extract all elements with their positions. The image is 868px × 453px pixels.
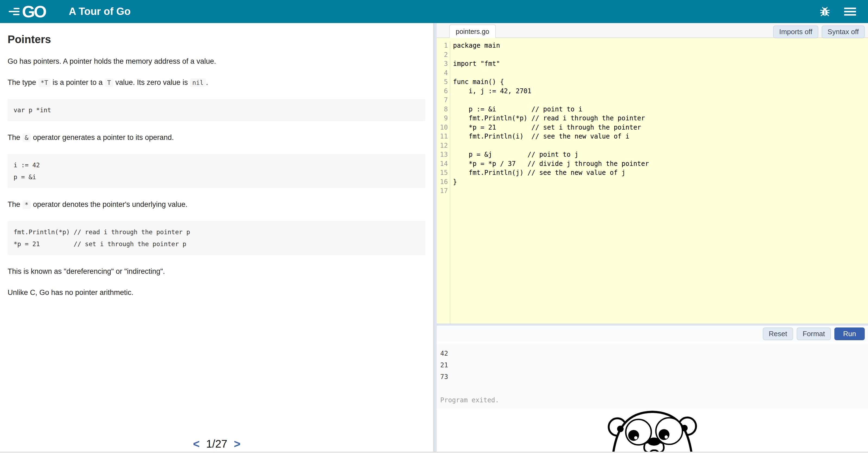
page-indicator: 1/27 [206, 438, 227, 450]
lesson-paragraph: The type *T is a pointer to a T value. I… [8, 77, 425, 88]
line-number: 9 [437, 114, 448, 123]
menu-icon[interactable] [844, 7, 856, 16]
code-panel: pointers.go Imports off Syntax off 12345… [433, 23, 868, 452]
code-line: import "fmt" [453, 59, 868, 69]
page-bottom-divider [0, 452, 868, 453]
code-line: func main() { [453, 77, 868, 87]
code-panel-column: pointers.go Imports off Syntax off 12345… [437, 23, 868, 452]
output-line: 73 [440, 371, 868, 383]
line-number-gutter: 1234567891011121314151617 [437, 41, 450, 323]
line-number: 11 [437, 132, 448, 141]
lesson-code-block: fmt.Println(*p) // read i through the po… [8, 221, 425, 255]
output-line: 21 [440, 359, 868, 371]
code-line: *p = *p / 37 // divide j through the poi… [453, 159, 868, 169]
inline-code: & [22, 133, 31, 142]
lesson-paragraph: Go has pointers. A pointer holds the mem… [8, 56, 425, 67]
lesson-paragraph: This is known as "dereferencing" or "ind… [8, 266, 425, 277]
code-line: } [453, 177, 868, 187]
line-number: 17 [437, 187, 448, 196]
actions-bar: Reset Format Run [437, 326, 868, 342]
line-number: 15 [437, 168, 448, 177]
code-line [453, 141, 868, 151]
lesson-code-block: i := 42 p = &i [8, 154, 425, 188]
code-line [453, 96, 868, 105]
line-number: 14 [437, 159, 448, 169]
editor-code-area[interactable]: package main import "fmt" func main() { … [450, 41, 868, 323]
logo-speed-lines-icon [9, 8, 20, 15]
logo-text: GO [22, 3, 45, 20]
code-line: package main [453, 41, 868, 51]
next-page-button[interactable]: > [234, 439, 241, 450]
main-area: Pointers Go has pointers. A pointer hold… [0, 23, 868, 452]
code-line: p := &i // point to i [453, 105, 868, 114]
code-line: fmt.Println(i) // see the new value of i [453, 132, 868, 141]
bug-icon[interactable] [820, 6, 830, 17]
lesson-title: Pointers [8, 33, 425, 45]
line-number: 1 [437, 41, 448, 51]
panel-splitter[interactable] [434, 23, 437, 452]
lesson-paragraph: Unlike C, Go has no pointer arithmetic. [8, 287, 425, 298]
code-line [453, 69, 868, 78]
format-button[interactable]: Format [797, 327, 831, 340]
line-number: 4 [437, 69, 448, 78]
inline-code: T [105, 78, 113, 87]
syntax-toggle-button[interactable]: Syntax off [822, 26, 865, 38]
reset-button[interactable]: Reset [763, 327, 793, 340]
code-line: fmt.Println(j) // see the new value of j [453, 168, 868, 177]
app-header: GO A Tour of Go [0, 0, 868, 23]
app-title: A Tour of Go [69, 6, 130, 18]
tab-bar: pointers.go Imports off Syntax off [437, 23, 868, 38]
gopher-image [608, 410, 697, 452]
line-number: 10 [437, 123, 448, 132]
lesson-code-block: var p *int [8, 99, 425, 121]
line-number: 2 [437, 51, 448, 60]
inline-code: nil [190, 78, 206, 87]
line-number: 12 [437, 141, 448, 151]
editor-tab[interactable]: pointers.go [449, 24, 496, 38]
line-number: 5 [437, 77, 448, 87]
header-icons [820, 6, 856, 17]
lesson-paragraph: The * operator denotes the pointer's und… [8, 199, 425, 210]
code-line: fmt.Println(*p) // read i through the po… [453, 114, 868, 123]
prev-page-button[interactable]: < [193, 439, 200, 450]
imports-toggle-button[interactable]: Imports off [773, 26, 818, 38]
code-line: i, j := 42, 2701 [453, 87, 868, 96]
editor-toggles: Imports off Syntax off [773, 26, 865, 38]
code-line [453, 187, 868, 196]
lesson-panel: Pointers Go has pointers. A pointer hold… [0, 23, 433, 452]
inline-code: *T [38, 78, 51, 87]
editor-separator [437, 323, 868, 326]
line-number: 16 [437, 177, 448, 187]
run-button[interactable]: Run [834, 327, 865, 340]
go-logo[interactable]: GO [9, 3, 45, 20]
inline-code: * [22, 200, 31, 209]
gopher-area [437, 409, 868, 452]
line-number: 13 [437, 150, 448, 159]
output-line: 42 [440, 348, 868, 359]
pagination: < 1/27 > [0, 438, 433, 450]
line-number: 3 [437, 59, 448, 69]
lesson-paragraph: The & operator generates a pointer to it… [8, 132, 425, 143]
line-number: 8 [437, 105, 448, 114]
output-panel: 422173 Program exited. [437, 344, 868, 409]
lesson-content: Go has pointers. A pointer holds the mem… [8, 56, 425, 298]
code-line: p = &j // point to j [453, 150, 868, 159]
line-number: 6 [437, 87, 448, 96]
code-line: *p = 21 // set i through the pointer [453, 123, 868, 132]
line-number: 7 [437, 96, 448, 105]
output-status: Program exited. [440, 394, 868, 406]
editor: 1234567891011121314151617 package main i… [437, 38, 868, 323]
code-line [453, 51, 868, 60]
output-lines: 422173 [440, 348, 868, 383]
